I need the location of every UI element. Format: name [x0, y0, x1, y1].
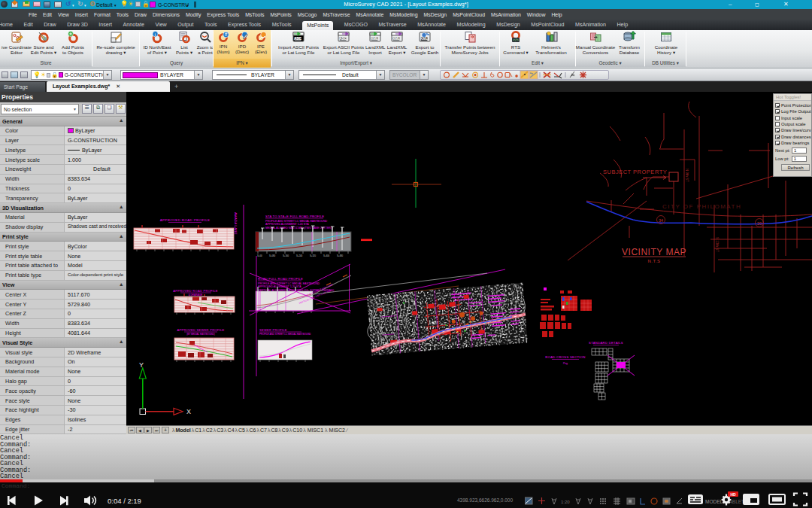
svg-text:SEWER PROFILE: SEWER PROFILE — [259, 328, 287, 332]
svg-text:S+00: S+00 — [257, 254, 262, 257]
svg-text:Y: Y — [139, 361, 144, 369]
svg-text:KML: KML — [420, 37, 428, 41]
svg-text:PROFILE AND STREET LC MEDIAL E: PROFILE AND STREET LC MEDIAL EASTBOUND — [259, 333, 311, 336]
svg-text:S+320: S+320 — [310, 254, 317, 257]
svg-text:S+400: S+400 — [323, 254, 330, 257]
svg-text:ROAD CROSS SECTION: ROAD CROSS SECTION — [545, 355, 585, 359]
svg-text:(BY MEDIAL EASTBOUND): (BY MEDIAL EASTBOUND) — [186, 333, 214, 336]
svg-text:SUBJECT PROPERTY: SUBJECT PROPERTY — [603, 169, 667, 175]
svg-text:S+240: S+240 — [296, 254, 303, 257]
svg-text:S+080: S+080 — [269, 254, 276, 257]
svg-text:CITY OF PHILOMATH: CITY OF PHILOMATH — [662, 203, 741, 210]
svg-text:N 9th ST: N 9th ST — [685, 169, 689, 182]
svg-text:MEDIAL ALIGNED WALTZ-MID (TWO: MEDIAL ALIGNED WALTZ-MID (TWO LANE CUTTE… — [265, 227, 332, 230]
svg-text:APPROVED SEWER PROFILE: APPROVED SEWER PROFILE — [177, 328, 225, 332]
svg-text:20: 20 — [757, 221, 762, 226]
svg-text:APPROVED ROAD PROFILE: APPROVED ROAD PROFILE — [173, 289, 217, 293]
svg-text:X: X — [186, 408, 191, 415]
svg-text:i: i — [155, 32, 156, 37]
svg-text:STA TO STA+E FULL ROAD PROFILE: STA TO STA+E FULL ROAD PROFILE — [265, 214, 324, 218]
svg-text:1:20: 1:20 — [561, 500, 570, 504]
svg-text:</>: </> — [513, 38, 519, 42]
svg-text:Pvg: Pvg — [563, 362, 568, 365]
svg-text:VICINITY MAP: VICINITY MAP — [622, 247, 686, 257]
svg-text:ASC: ASC — [294, 37, 302, 41]
svg-text:S 13th ST: S 13th ST — [715, 237, 719, 252]
svg-text:S+160: S+160 — [283, 254, 289, 257]
svg-text:AMADA LANE: AMADA LANE — [234, 212, 238, 235]
svg-text:XML: XML — [392, 37, 400, 41]
svg-text:& DRAINAGE: & DRAINAGE — [189, 294, 203, 297]
svg-text:APPROVED ROAD PROFILE: APPROVED ROAD PROFILE — [160, 218, 211, 222]
svg-text:#: # — [224, 32, 227, 37]
svg-text:N.T.S: N.T.S — [647, 259, 660, 263]
svg-text:0:04 / 2:19: 0:04 / 2:19 — [108, 497, 141, 505]
svg-text:PROFILE AND STREET LC MEDIAL E: PROFILE AND STREET LC MEDIAL EASTBOUND — [265, 220, 327, 223]
svg-text:XML: XML — [371, 37, 378, 41]
svg-text:STANDARD DETAILS: STANDARD DETAILS — [589, 341, 623, 345]
svg-text:APPROVED ALIGNMENT 1-20 STA: APPROVED ALIGNMENT 1-20 STA — [265, 223, 309, 226]
svg-text:HD: HD — [730, 492, 736, 497]
svg-text:34: 34 — [659, 218, 663, 223]
svg-text:ASC: ASC — [339, 37, 347, 41]
svg-text:S+480: S+480 — [337, 254, 344, 257]
